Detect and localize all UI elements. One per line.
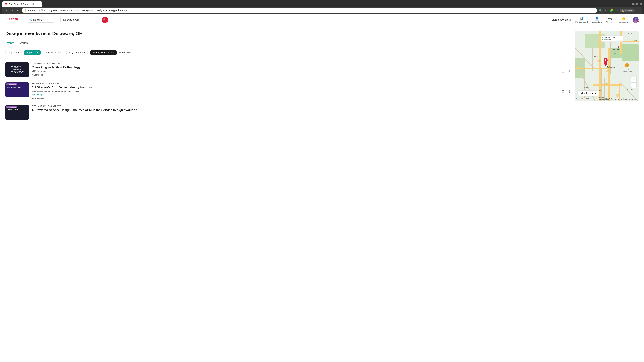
- svg-rect-40: [601, 68, 602, 101]
- search-input[interactable]: [33, 18, 53, 21]
- svg-rect-11: [633, 39, 636, 42]
- event-title[interactable]: AI-Powered Service Design: The role of A…: [32, 108, 571, 112]
- zoom-in-button[interactable]: +: [631, 77, 636, 82]
- event-attendees: 7 attendees: [32, 73, 558, 76]
- meetup-logo[interactable]: meetup: [5, 16, 22, 23]
- zoom-out-button[interactable]: −: [631, 82, 636, 88]
- location-input[interactable]: [60, 17, 98, 22]
- thumb-text: GAME INDUSTRY INSIGHTS: [6, 86, 23, 88]
- thumb-text: WFH 2nd TUESDAYSJOIN US ATCOFFEEOLOGYTHU…: [10, 65, 24, 74]
- svg-point-2: [634, 18, 636, 20]
- chevron-down-icon: ▾: [60, 51, 62, 54]
- new-group-badge[interactable]: New Group: [32, 93, 558, 96]
- svg-text:Chicken Fingers: Chicken Fingers: [623, 71, 632, 72]
- tab-close-button[interactable]: ✕: [38, 3, 40, 5]
- minimize-button[interactable]: —: [632, 3, 634, 5]
- event-thumbnail: 🤖Hybrid Event AI SERVICE DESIGN: [5, 105, 29, 120]
- minimize-map-button[interactable]: Minimize map ⤢: [578, 90, 600, 96]
- tab-events[interactable]: Events: [5, 40, 14, 46]
- event-actions: [561, 62, 571, 74]
- chevron-down-icon: ▾: [18, 51, 19, 54]
- connections-label: Connections: [592, 21, 602, 23]
- connections-icon: 👤: [595, 16, 599, 21]
- tab-groups[interactable]: Groups: [19, 40, 28, 46]
- filter-any-distance[interactable]: Any distance ▾: [43, 50, 64, 55]
- search-button[interactable]: 🔍: [102, 16, 108, 23]
- filter-any-category[interactable]: Any category ▾: [66, 50, 88, 55]
- maximize-button[interactable]: □: [636, 3, 638, 5]
- share-button[interactable]: [561, 69, 565, 74]
- avatar-badge: ▾: [637, 20, 639, 23]
- messages-nav[interactable]: 💬 Messages: [606, 16, 614, 23]
- svg-rect-20: [606, 70, 609, 72]
- filter-any-day[interactable]: Any day ▾: [5, 50, 22, 55]
- svg-rect-38: [575, 78, 612, 78]
- connections-nav[interactable]: 👤 Connections: [592, 16, 602, 23]
- share-button[interactable]: [561, 89, 565, 94]
- svg-rect-32: [592, 48, 592, 71]
- extensions-icon[interactable]: 🧩: [609, 8, 614, 13]
- keyboard-icon: ⌨: [586, 97, 590, 100]
- url-text: meetup.com/find/?suggested=true&source=E…: [28, 9, 594, 12]
- menu-button[interactable]: ⋮: [636, 8, 640, 13]
- svg-text:🍗: 🍗: [626, 64, 628, 66]
- reset-filters-button[interactable]: Reset filters: [119, 51, 132, 54]
- incognito-icon: 🕵: [621, 9, 624, 12]
- start-group-button[interactable]: Start a new group: [552, 18, 571, 21]
- bookmark-button[interactable]: [566, 69, 571, 74]
- filter-in-person[interactable]: In person ▾: [24, 50, 41, 55]
- chevron-down-icon: ▾: [113, 51, 114, 54]
- tabs-row: Events Groups: [5, 40, 571, 46]
- svg-rect-18: [608, 48, 610, 101]
- svg-text:Delaware: Delaware: [607, 66, 615, 68]
- refresh-button[interactable]: ↻: [16, 8, 20, 13]
- search-icon: 🔍: [29, 18, 32, 21]
- svg-text:Lake St: Lake St: [611, 53, 616, 55]
- chevron-down-icon: ▾: [37, 51, 38, 54]
- forward-button[interactable]: →: [10, 8, 15, 12]
- notifications-nav[interactable]: 🔔 Notifications: [618, 16, 628, 23]
- messages-icon: 💬: [608, 16, 612, 21]
- search-icon[interactable]: 🔍: [598, 8, 603, 13]
- pro-dashboard-nav[interactable]: 📊 Pro Dashboard: [576, 16, 588, 23]
- cast-icon[interactable]: □: [615, 8, 618, 12]
- bookmark-icon[interactable]: ☆: [604, 8, 608, 13]
- svg-text:Mingo Park: Mingo Park: [613, 49, 620, 50]
- map-zoom-controls: + −: [631, 77, 636, 88]
- notifications-label: Notifications: [618, 21, 628, 23]
- event-date: TUE, MAR 12 · 9:00 PM CST: [32, 62, 558, 64]
- event-card: 🎮Hybrid Event GAME INDUSTRY INSIGHTS FRI…: [5, 80, 571, 102]
- event-date: FRI, MAR 15 · 7:00 AM CST: [32, 82, 558, 85]
- event-title[interactable]: Coworking w/ IxDA at Coffeeology: [32, 65, 558, 69]
- tab-favicon: m: [5, 3, 8, 5]
- bookmark-button[interactable]: [566, 89, 571, 94]
- event-date: WED, MAR 27 · 7:00 AM CST: [32, 105, 571, 107]
- report-link[interactable]: Report a map error: [623, 98, 637, 100]
- event-info: FRI, MAR 15 · 7:00 AM CST Art Director's…: [32, 82, 558, 99]
- svg-rect-8: [622, 44, 639, 61]
- browser-toolbar: ← → ↻ 🔒 meetup.com/find/?suggested=true&…: [2, 7, 642, 14]
- svg-point-57: [605, 59, 606, 61]
- new-tab-button[interactable]: +: [43, 2, 48, 6]
- messages-label: Messages: [606, 21, 614, 23]
- browser-tab-active[interactable]: m Find Events & Groups | Meetup ✕: [2, 1, 42, 7]
- incognito-label: Incognito: [625, 9, 633, 11]
- back-button[interactable]: ←: [4, 8, 9, 12]
- event-title[interactable]: Art Director's Cut: Game Industry Insigh…: [32, 86, 558, 89]
- svg-rect-15: [620, 31, 622, 54]
- map-container[interactable]: 220 23 42 37 36: [575, 31, 639, 101]
- address-bar[interactable]: 🔒 meetup.com/find/?suggested=true&source…: [22, 8, 597, 13]
- terms-link[interactable]: Terms: [617, 98, 622, 100]
- thumb-text: AI SERVICE DESIGN: [6, 109, 18, 111]
- page-title: Designs events near Delaware, OH: [5, 31, 571, 36]
- search-container: 🔍: [26, 17, 56, 23]
- close-button[interactable]: ✕: [640, 3, 642, 5]
- site-header: meetup 🔍 🔍 Start a new group 📊 Pro Dashb…: [0, 14, 644, 25]
- svg-text:River Cr: River Cr: [628, 33, 633, 34]
- user-avatar[interactable]: ▾: [632, 17, 639, 23]
- event-thumbnail: 🎮Hybrid Event GAME INDUSTRY INSIGHTS: [5, 82, 29, 97]
- meetup-app: meetup 🔍 🔍 Start a new group 📊 Pro Dashb…: [0, 14, 644, 362]
- map-data-label: Map data ©2024 Google: [598, 98, 616, 100]
- bell-icon: 🔔: [622, 16, 626, 21]
- filter-sort[interactable]: Sort by: Relevance ▾: [90, 50, 117, 55]
